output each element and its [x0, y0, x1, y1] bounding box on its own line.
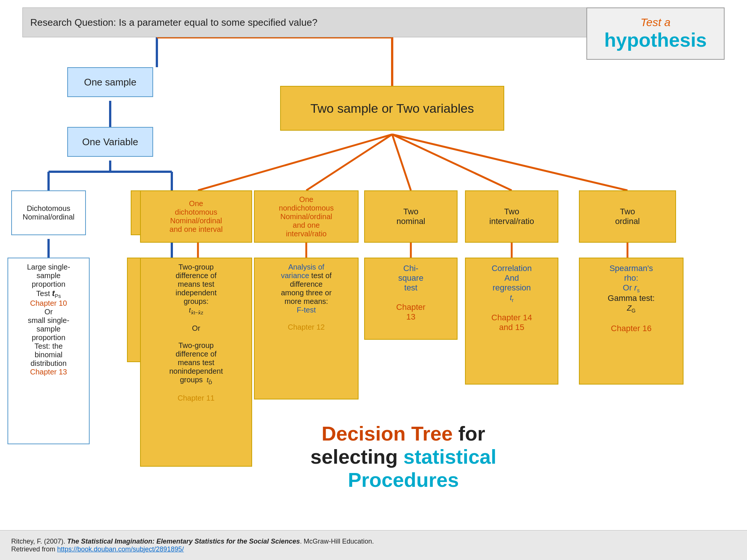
svg-line-14 — [306, 134, 392, 190]
decision-tree-for: for — [453, 422, 485, 445]
svg-line-17 — [392, 134, 627, 190]
svg-line-13 — [198, 134, 392, 190]
two-sample-box: Two sample or Two variables — [280, 86, 504, 131]
two-interval-box: Two interval/ratio — [465, 190, 558, 243]
footer-line1: Ritchey, F. (2007). The Statistical Imag… — [11, 538, 736, 545]
svg-line-16 — [392, 134, 512, 190]
decision-tree-orange: Decision Tree — [322, 422, 453, 445]
svg-line-15 — [392, 134, 411, 190]
correlation-box: CorrelationAndregression tr Chapter 14an… — [465, 258, 558, 385]
decision-tree-selecting: selecting — [310, 445, 403, 468]
two-group-box: Two-groupdifference ofmeans testindepend… — [140, 258, 252, 467]
two-ordinal-box: Two ordinal — [579, 190, 676, 243]
analysis-variance-box: Analysis ofvariance test ofdifferenceamo… — [254, 258, 359, 399]
large-single-sample-box: Large single-sampleproportionTest tPs Ch… — [7, 258, 90, 444]
footer: Ritchey, F. (2007). The Statistical Imag… — [0, 530, 747, 560]
chi-square-box: Chi-squaretest Chapter13 — [364, 258, 458, 340]
one-dichot-box: One dichotomous Nominal/ordinal and one … — [140, 190, 252, 243]
hypothesis-label-bottom: hypothesis — [604, 29, 707, 51]
one-nondichot-box: One nondichotomous Nominal/ordinal and o… — [254, 190, 359, 243]
two-nominal-box: Two nominal — [364, 190, 458, 243]
footer-link[interactable]: https://book.douban.com/subject/2891895/ — [57, 545, 184, 553]
main-container: Research Question: Is a parameter equal … — [0, 0, 747, 560]
hypothesis-label-top: Test a — [641, 16, 671, 29]
dichotomous-box: Dichotomous Nominal/ordinal — [11, 190, 86, 235]
footer-line2: Retrieved from https://book.douban.com/s… — [11, 545, 736, 553]
one-sample-box: One sample — [67, 67, 153, 97]
spearmans-box: Spearman'srho:Or rs Gamma test: ZG Chapt… — [579, 258, 684, 385]
hypothesis-box: Test a hypothesis — [586, 7, 725, 60]
one-variable-box: One Variable — [67, 127, 153, 157]
decision-tree-title: Decision Tree for selecting statistical … — [254, 422, 553, 491]
